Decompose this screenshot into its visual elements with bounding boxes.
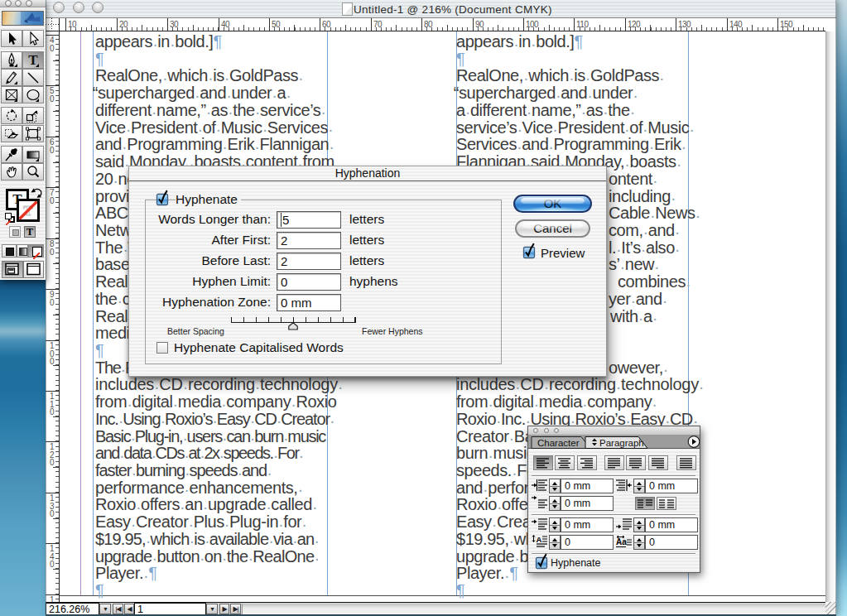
svg-text:Paragraph: Paragraph xyxy=(599,438,644,448)
svg-text:Character: Character xyxy=(537,438,580,448)
svg-text:Aa: Aa xyxy=(616,537,627,546)
svg-text:A: A xyxy=(537,535,542,544)
